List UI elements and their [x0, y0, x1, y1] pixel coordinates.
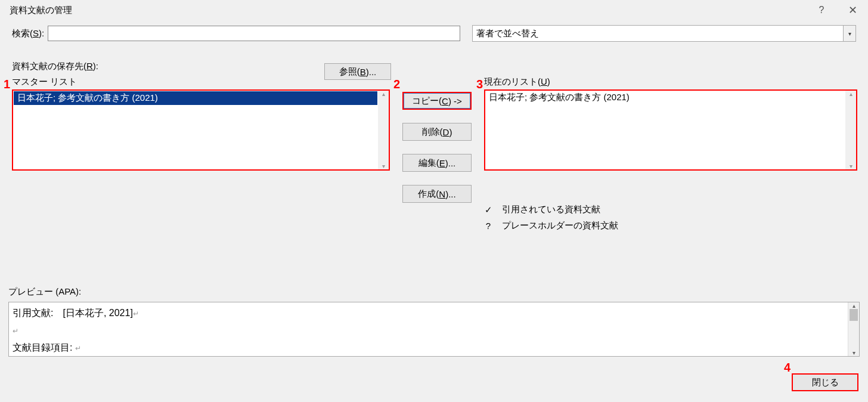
master-list[interactable]: 日本花子; 参考文献の書き方 (2021) ▴ ▾ — [12, 89, 390, 171]
source-manager-dialog: 資料文献の管理 ? ✕ 検索(S): 著者で並べ替え ▾ 資料文献の保存先(R)… — [0, 0, 868, 402]
annotation-3: 3 — [476, 78, 483, 91]
dialog-title: 資料文献の管理 — [10, 5, 72, 16]
return-icon: ↵ — [75, 344, 81, 352]
preview-citation: 引用文献: [日本花子, 2021]↵ — [13, 305, 855, 322]
save-dest-label: 資料文献の保存先(R): — [12, 61, 98, 72]
scroll-up-icon[interactable]: ▴ — [382, 91, 385, 97]
search-label: 検索(S): — [12, 28, 44, 39]
current-list-label: 現在のリスト(U) — [484, 76, 550, 88]
scrollbar[interactable]: ▴ ▾ — [848, 302, 859, 356]
scroll-up-icon[interactable]: ▴ — [852, 302, 855, 309]
new-button[interactable]: 作成(N)... — [402, 185, 472, 203]
list-item[interactable]: 日本花子; 参考文献の書き方 (2021) — [485, 91, 845, 104]
sort-value: 著者で並べ替え — [476, 28, 539, 39]
scroll-thumb[interactable] — [850, 309, 858, 321]
browse-button[interactable]: 参照(B)... — [324, 63, 391, 80]
edit-button[interactable]: 編集(E)... — [402, 154, 472, 172]
delete-button[interactable]: 削除(D) — [402, 123, 472, 141]
question-icon: ? — [484, 221, 492, 231]
sort-select[interactable]: 著者で並べ替え ▾ — [472, 25, 856, 42]
close-icon[interactable]: ✕ — [845, 3, 860, 17]
check-icon: ✓ — [484, 205, 492, 215]
scroll-up-icon[interactable]: ▴ — [850, 91, 852, 97]
action-buttons: コピー(C) -> 削除(D) 編集(E)... 作成(N)... — [402, 92, 472, 203]
annotation-1: 1 — [4, 78, 10, 91]
annotation-2: 2 — [393, 78, 400, 91]
master-list-label: マスター リスト — [12, 76, 77, 88]
scrollbar[interactable]: ▴ ▾ — [845, 91, 856, 169]
return-icon: ↵ — [133, 310, 139, 318]
preview-bibliography: 文献目録項目: ↵ — [13, 339, 855, 357]
current-list[interactable]: 日本花子; 参考文献の書き方 (2021) ▴ ▾ — [484, 89, 857, 171]
annotation-4: 4 — [784, 361, 790, 375]
legend-cited: 引用されている資料文献 — [502, 204, 600, 215]
legend-placeholder: プレースホルダーの資料文献 — [502, 220, 618, 231]
scroll-down-icon[interactable]: ▾ — [852, 350, 855, 356]
help-icon[interactable]: ? — [814, 3, 829, 17]
return-icon: ↵ — [13, 327, 18, 335]
copy-button[interactable]: コピー(C) -> — [402, 92, 472, 110]
legend: ✓ 引用されている資料文献 ? プレースホルダーの資料文献 — [484, 204, 618, 236]
close-button[interactable]: 閉じる — [792, 373, 858, 391]
preview-label: プレビュー (APA): — [8, 286, 81, 298]
list-item[interactable]: 日本花子; 参考文献の書き方 (2021) — [14, 91, 377, 105]
preview-box: 引用文献: [日本花子, 2021]↵ ↵ 文献目録項目: ↵ ▴ ▾ — [8, 302, 860, 357]
titlebar: 資料文献の管理 ? ✕ — [0, 0, 868, 20]
search-input[interactable] — [48, 26, 460, 41]
scroll-down-icon[interactable]: ▾ — [382, 163, 385, 169]
chevron-down-icon: ▾ — [843, 26, 855, 41]
scrollbar[interactable]: ▴ ▾ — [378, 91, 389, 169]
scroll-down-icon[interactable]: ▾ — [850, 163, 852, 169]
